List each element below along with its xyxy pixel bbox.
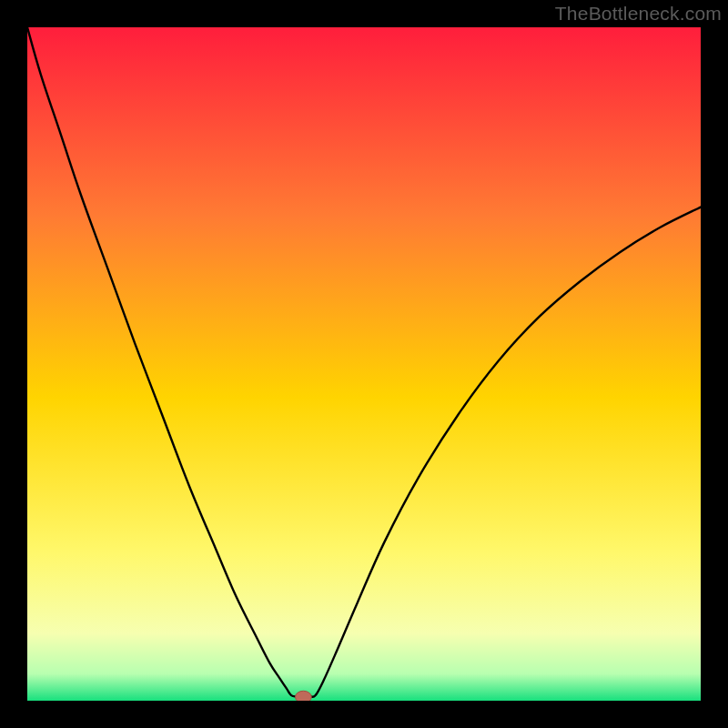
- gradient-bg: [27, 27, 701, 701]
- watermark-text: TheBottleneck.com: [555, 3, 722, 25]
- optimum-marker: [296, 691, 312, 701]
- chart-frame: TheBottleneck.com: [0, 0, 728, 728]
- plot-svg: [27, 27, 701, 701]
- plot-area: [27, 27, 701, 701]
